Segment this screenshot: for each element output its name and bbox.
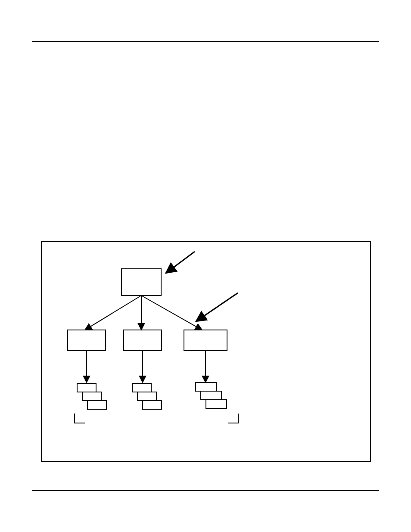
branch-callout-arrow bbox=[196, 293, 238, 321]
stack-3 bbox=[196, 383, 227, 408]
stack-1 bbox=[77, 383, 106, 409]
bracket-right bbox=[228, 414, 238, 423]
edge-root-to-left bbox=[85, 296, 141, 330]
svg-rect-7 bbox=[201, 391, 221, 400]
stack-2 bbox=[132, 383, 162, 409]
svg-rect-0 bbox=[77, 383, 96, 392]
root-node bbox=[121, 269, 161, 296]
svg-rect-8 bbox=[206, 400, 227, 408]
svg-rect-6 bbox=[196, 383, 216, 391]
root-callout-arrow bbox=[166, 252, 195, 273]
hierarchy-diagram bbox=[41, 241, 371, 462]
edge-root-to-right bbox=[141, 296, 202, 330]
svg-rect-2 bbox=[87, 401, 106, 409]
bracket-left bbox=[75, 414, 85, 423]
child-node-1 bbox=[68, 330, 106, 351]
svg-rect-5 bbox=[143, 401, 162, 409]
header-rule bbox=[32, 41, 379, 42]
svg-rect-3 bbox=[132, 383, 151, 392]
svg-rect-1 bbox=[82, 392, 101, 401]
footer-rule bbox=[32, 490, 379, 491]
child-node-3 bbox=[184, 330, 227, 351]
svg-rect-4 bbox=[137, 392, 156, 401]
child-node-2 bbox=[124, 330, 162, 351]
